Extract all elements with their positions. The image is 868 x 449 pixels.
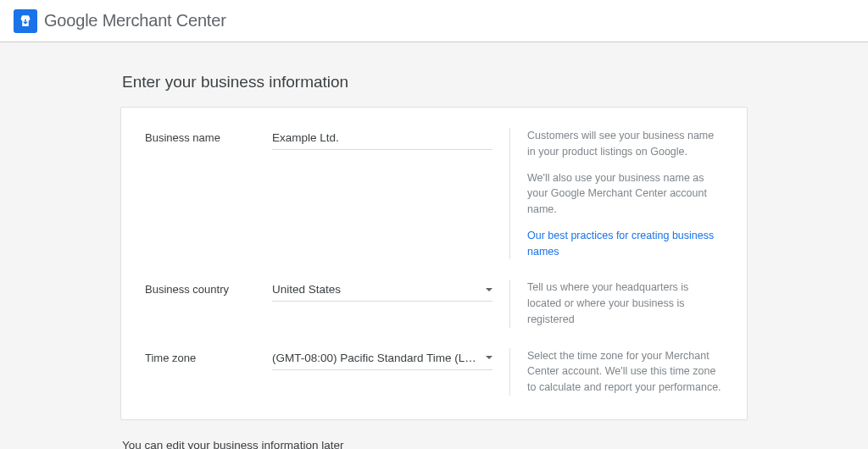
- business-name-help-text-2: We'll also use your business name as you…: [527, 170, 723, 218]
- chevron-down-icon: [486, 288, 492, 291]
- form-card: Business name Customers will see your bu…: [120, 107, 748, 420]
- best-practices-link[interactable]: Our best practices for creating business…: [527, 230, 714, 258]
- business-name-help-text-1: Customers will see your business name in…: [527, 128, 723, 160]
- business-country-value: United States: [272, 283, 341, 296]
- business-name-label: Business name: [145, 128, 272, 259]
- business-name-field-col: [272, 128, 509, 259]
- chevron-down-icon: [486, 356, 492, 359]
- time-zone-select[interactable]: (GMT-08:00) Pacific Standard Time (Lo…: [272, 348, 492, 370]
- logo-product-text: Merchant Center: [97, 11, 225, 30]
- business-country-select[interactable]: United States: [272, 280, 492, 302]
- business-country-help-text: Tell us where your headquarters is locat…: [527, 280, 723, 327]
- time-zone-help: Select the time zone for your Merchant C…: [509, 348, 723, 396]
- time-zone-row: Time zone (GMT-08:00) Pacific Standard T…: [145, 348, 723, 396]
- content-wrap: Enter your business information Business…: [120, 73, 748, 449]
- business-country-help: Tell us where your headquarters is locat…: [509, 280, 723, 327]
- logo-google-text: Google: [44, 11, 97, 30]
- time-zone-field-col: (GMT-08:00) Pacific Standard Time (Lo…: [272, 348, 509, 396]
- business-name-input[interactable]: [272, 128, 492, 150]
- business-name-help: Customers will see your business name in…: [509, 128, 723, 259]
- business-name-row: Business name Customers will see your bu…: [145, 128, 723, 259]
- app-title: Google Merchant Center: [44, 11, 226, 30]
- business-country-label: Business country: [145, 280, 272, 327]
- business-country-row: Business country United States Tell us w…: [145, 280, 723, 327]
- business-country-field-col: United States: [272, 280, 509, 327]
- merchant-center-logo-icon: [14, 9, 37, 33]
- time-zone-label: Time zone: [145, 348, 272, 396]
- time-zone-value: (GMT-08:00) Pacific Standard Time (Lo…: [272, 352, 481, 364]
- app-header: Google Merchant Center: [0, 0, 868, 42]
- footer-note: You can edit your business information l…: [122, 439, 748, 449]
- time-zone-help-text: Select the time zone for your Merchant C…: [527, 348, 723, 396]
- page-title: Enter your business information: [122, 73, 748, 91]
- page-body: Enter your business information Business…: [0, 42, 868, 449]
